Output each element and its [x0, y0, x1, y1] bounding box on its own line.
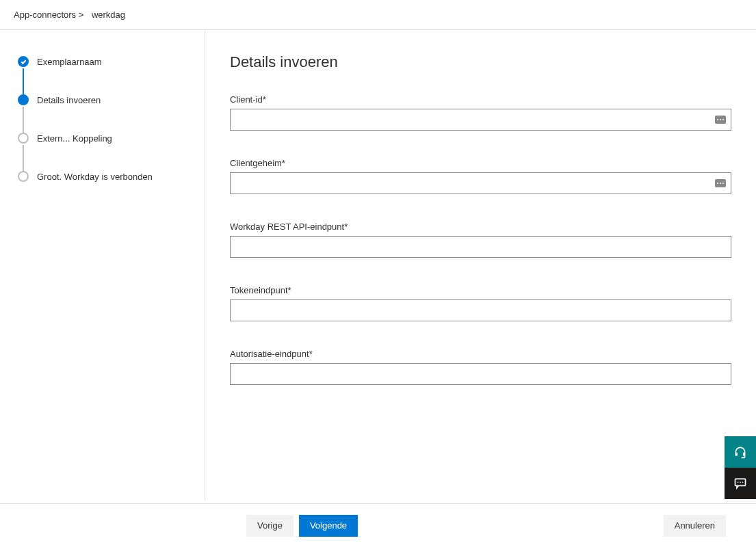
breadcrumb-root[interactable]: App-connectors >: [14, 10, 83, 20]
input-auth-endpoint[interactable]: [230, 363, 731, 385]
page-title: Details invoeren: [230, 53, 731, 71]
svg-rect-1: [743, 453, 745, 456]
input-client-id[interactable]: [230, 109, 731, 131]
password-reveal-icon[interactable]: [715, 179, 726, 187]
step-workday-verbonden[interactable]: Groot. Workday is verbonden: [18, 171, 191, 182]
svg-point-5: [742, 482, 744, 483]
main-content: Details invoeren Client-id* Clientgeheim…: [205, 30, 756, 501]
step-label: Details invoeren: [37, 95, 101, 105]
field-client-secret: Clientgeheim*: [230, 158, 731, 194]
step-label: Groot. Workday is verbonden: [37, 172, 153, 182]
wizard-footer: Vorige Volgende Annuleren: [0, 503, 756, 547]
circle-outline-icon: [18, 171, 29, 182]
step-exemplaarnaam[interactable]: Exemplaarnaam: [18, 56, 191, 67]
headset-icon: [733, 445, 747, 459]
step-label: Extern... Koppeling: [37, 133, 112, 144]
feedback-chat-button[interactable]: [725, 468, 756, 499]
step-extern-koppeling[interactable]: Extern... Koppeling: [18, 133, 191, 144]
field-auth-endpoint: Autorisatie-eindpunt*: [230, 349, 731, 385]
field-token-endpoint: Tokeneindpunt*: [230, 285, 731, 321]
chat-icon: [733, 477, 747, 490]
next-button[interactable]: Volgende: [299, 515, 358, 537]
field-rest-endpoint: Workday REST API-eindpunt*: [230, 222, 731, 258]
circle-filled-icon: [18, 94, 29, 105]
input-token-endpoint[interactable]: [230, 299, 731, 321]
breadcrumb: App-connectors > werkdag: [0, 0, 756, 30]
svg-point-3: [738, 482, 739, 483]
cancel-button[interactable]: Annuleren: [664, 515, 726, 537]
label-auth-endpoint: Autorisatie-eindpunt*: [230, 349, 731, 359]
step-label: Exemplaarnaam: [37, 57, 102, 67]
field-client-id: Client-id*: [230, 94, 731, 131]
label-token-endpoint: Tokeneindpunt*: [230, 285, 731, 295]
label-rest-endpoint: Workday REST API-eindpunt*: [230, 222, 731, 232]
step-details-invoeren[interactable]: Details invoeren: [18, 94, 191, 105]
input-rest-endpoint[interactable]: [230, 236, 731, 258]
wizard-stepper: Exemplaarnaam Details invoeren Extern...…: [0, 30, 205, 501]
svg-point-4: [740, 482, 741, 483]
help-headset-button[interactable]: [725, 436, 756, 468]
prev-button[interactable]: Vorige: [246, 515, 294, 537]
label-client-secret: Clientgeheim*: [230, 158, 731, 168]
help-fab-stack: [725, 436, 756, 499]
password-reveal-icon[interactable]: [715, 116, 726, 124]
svg-rect-0: [735, 453, 738, 456]
breadcrumb-current: werkdag: [92, 10, 125, 20]
circle-outline-icon: [18, 133, 29, 144]
checkmark-icon: [18, 56, 29, 67]
label-client-id: Client-id*: [230, 94, 731, 105]
input-client-secret[interactable]: [230, 172, 731, 194]
